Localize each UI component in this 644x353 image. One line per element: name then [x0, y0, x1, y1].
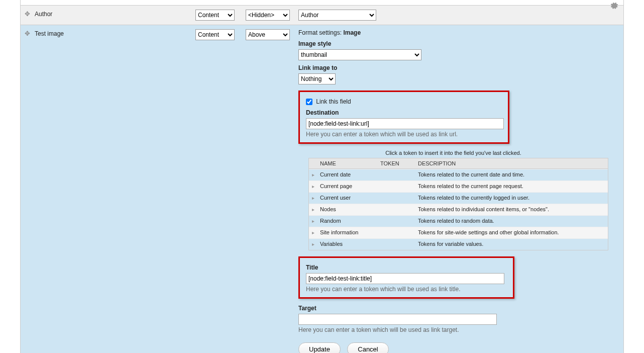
expand-icon[interactable]: ▸ [309, 227, 317, 238]
token-desc: Tokens related to the current page reque… [415, 181, 608, 192]
row-author: ✥ Author Content <Hidden> Author [21, 6, 623, 25]
target-help: Here you can enter a token which will be… [298, 326, 608, 333]
token-header-row: NAME TOKEN DESCRIPTION [309, 158, 608, 169]
row-clipped [21, 0, 623, 6]
token-desc: Tokens for variable values. [415, 239, 608, 250]
gear-icon[interactable] [609, 1, 618, 11]
link-this-field-label: Link this field [316, 98, 351, 105]
token-name: Site information [317, 227, 377, 238]
destination-label: Destination [306, 109, 502, 116]
token-value [377, 181, 415, 192]
row-test-image: ✥ Test image Content Above Format settin… [21, 25, 623, 353]
token-row[interactable]: ▸VariablesTokens for variable values. [309, 238, 608, 250]
token-name: Current user [317, 193, 377, 204]
token-desc: Tokens for site-wide settings and other … [415, 227, 608, 238]
field-name: Author [35, 10, 195, 18]
token-value [377, 193, 415, 204]
expand-icon[interactable]: ▸ [309, 216, 317, 227]
label-select[interactable]: <Hidden> [246, 10, 290, 21]
label-select[interactable]: Above [246, 29, 290, 40]
link-this-field-checkbox[interactable] [306, 99, 312, 105]
drag-handle-icon[interactable]: ✥ [25, 30, 32, 37]
title-help: Here you can enter a token which will be… [306, 286, 507, 293]
token-header-desc: DESCRIPTION [415, 158, 608, 168]
link-image-label: Link image to [298, 64, 608, 71]
expand-icon[interactable]: ▸ [309, 204, 317, 215]
token-name: Current page [317, 181, 377, 192]
token-value [377, 204, 415, 215]
target-input[interactable] [298, 314, 497, 325]
token-row[interactable]: ▸Current dateTokens related to the curre… [309, 169, 608, 181]
token-row[interactable]: ▸Current userTokens related to the curre… [309, 192, 608, 204]
target-label: Target [298, 305, 608, 312]
format-settings: Format settings: Image [298, 29, 608, 36]
token-row[interactable]: ▸Site informationTokens for site-wide se… [309, 227, 608, 238]
token-name: Nodes [317, 204, 377, 215]
image-style-select[interactable]: thumbnail [298, 49, 421, 60]
token-value [377, 227, 415, 238]
link-this-field-box: Link this field Destination Here you can… [298, 91, 509, 144]
cancel-button[interactable]: Cancel [347, 342, 388, 353]
field-name: Test image [35, 29, 195, 37]
token-desc: Tokens related to individual content ite… [415, 204, 608, 215]
image-style-label: Image style [298, 40, 608, 47]
token-name: Variables [317, 239, 377, 250]
token-table: NAME TOKEN DESCRIPTION ▸Current dateToke… [308, 158, 608, 250]
drag-handle-icon[interactable]: ✥ [25, 11, 32, 18]
token-desc: Tokens related to random data. [415, 216, 608, 227]
region-select[interactable]: Content [195, 10, 235, 21]
token-value [377, 216, 415, 227]
token-row[interactable]: ▸NodesTokens related to individual conte… [309, 204, 608, 215]
expand-icon[interactable]: ▸ [309, 169, 317, 181]
expand-icon[interactable]: ▸ [309, 239, 317, 250]
token-name: Random [317, 216, 377, 227]
format-select[interactable]: Author [298, 10, 376, 21]
expand-icon[interactable]: ▸ [309, 181, 317, 192]
expand-icon[interactable]: ▸ [309, 193, 317, 204]
title-box: Title Here you can enter a token which w… [298, 256, 514, 299]
token-desc: Tokens related to the current date and t… [415, 169, 608, 181]
token-instruction: Click a token to insert it into the fiel… [298, 150, 608, 156]
destination-input[interactable] [306, 118, 504, 129]
token-value [377, 169, 415, 181]
title-input[interactable] [306, 273, 504, 284]
update-button[interactable]: Update [298, 342, 341, 353]
region-select[interactable]: Content [195, 29, 235, 40]
link-image-select[interactable]: Nothing [298, 73, 336, 84]
token-name: Current date [317, 169, 377, 181]
token-row[interactable]: ▸RandomTokens related to random data. [309, 215, 608, 227]
token-header-token: TOKEN [377, 158, 415, 168]
token-row[interactable]: ▸Current pageTokens related to the curre… [309, 181, 608, 192]
token-value [377, 239, 415, 250]
token-desc: Tokens related to the currently logged i… [415, 193, 608, 204]
token-header-name: NAME [317, 158, 377, 168]
destination-help: Here you can enter a token which will be… [306, 131, 502, 138]
title-label: Title [306, 264, 507, 271]
